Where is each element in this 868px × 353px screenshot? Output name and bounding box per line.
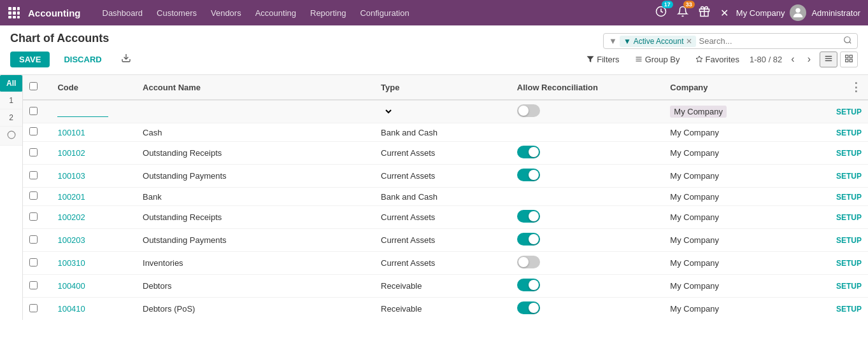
filters-label: Filters: [597, 55, 619, 64]
code-link[interactable]: 100102: [57, 148, 85, 158]
table-row: 100310InventoriesCurrent AssetsMy Compan…: [23, 252, 868, 275]
app-title: Accounting: [28, 8, 81, 18]
code-link[interactable]: 100103: [57, 171, 85, 181]
user-avatar[interactable]: [790, 4, 806, 21]
code-link[interactable]: 100202: [57, 212, 85, 222]
code-link[interactable]: 100310: [57, 258, 85, 268]
row-checkbox[interactable]: [29, 281, 38, 289]
setup-link[interactable]: SETUP: [836, 193, 862, 202]
nav-item-dashboard[interactable]: Dashboard: [96, 6, 150, 20]
company-name[interactable]: My Company: [736, 8, 785, 18]
reconciliation-toggle[interactable]: [517, 104, 540, 117]
table-row: 100410Debtors (PoS)ReceivableMy CompanyS…: [23, 298, 868, 321]
code-link[interactable]: 100201: [57, 192, 85, 202]
code-link[interactable]: 100203: [57, 235, 85, 245]
list-view-button[interactable]: [820, 52, 837, 67]
table-row: My CompanySETUP: [23, 100, 868, 123]
search-submit-icon[interactable]: [843, 36, 852, 46]
row-checkbox[interactable]: [29, 212, 38, 221]
row-checkbox[interactable]: [29, 107, 38, 115]
setup-link[interactable]: SETUP: [836, 213, 862, 222]
app-grid-icon[interactable]: [8, 6, 20, 19]
setup-link[interactable]: SETUP: [836, 305, 862, 314]
reconciliation-cell: [511, 252, 664, 275]
col-header-checkbox[interactable]: [23, 75, 51, 100]
left-tab-2[interactable]: 2: [0, 109, 22, 127]
search-input[interactable]: [696, 35, 843, 47]
sub-header: Chart of Accounts ▼ ▼ Active Account ✕: [0, 25, 868, 75]
type-select[interactable]: [381, 106, 394, 117]
active-account-filter-tag[interactable]: ▼ Active Account ✕: [620, 36, 697, 47]
type-cell: Current Assets: [374, 252, 511, 275]
account-name-cell: Cash: [136, 123, 374, 142]
reconciliation-toggle[interactable]: [517, 233, 540, 246]
reconciliation-toggle[interactable]: [517, 256, 540, 268]
row-checkbox[interactable]: [29, 235, 38, 244]
filters-button[interactable]: Filters: [581, 53, 624, 66]
toolbar-row: SAVE DISCARD Filters: [10, 50, 858, 74]
favorites-label: Favorites: [706, 55, 739, 64]
code-link[interactable]: 100410: [57, 304, 85, 314]
row-checkbox[interactable]: [29, 191, 38, 200]
reconciliation-toggle[interactable]: [517, 279, 540, 291]
left-tab-3[interactable]: [0, 127, 22, 146]
setup-link[interactable]: SETUP: [836, 107, 862, 116]
activity-icon-btn[interactable]: 17: [653, 3, 669, 22]
download-button[interactable]: [116, 50, 136, 68]
main-content: All 1 2 Code: [0, 75, 868, 320]
row-checkbox[interactable]: [29, 258, 38, 266]
reconciliation-toggle[interactable]: [517, 146, 540, 158]
company-cell: My Company: [664, 206, 800, 229]
reconciliation-toggle[interactable]: [517, 301, 540, 314]
nav-item-customers[interactable]: Customers: [150, 6, 203, 20]
nav-item-configuration[interactable]: Configuration: [353, 6, 415, 20]
row-checkbox[interactable]: [29, 127, 38, 135]
account-name-cell: [136, 100, 374, 123]
account-name-cell: Outstanding Payments: [136, 165, 374, 188]
more-options-icon[interactable]: ⋮: [850, 81, 862, 93]
company-highlight-label: My Company: [670, 106, 727, 118]
notifications-icon-btn[interactable]: 33: [674, 3, 691, 22]
app-container: Accounting Dashboard Customers Vendors A…: [0, 0, 868, 320]
row-checkbox[interactable]: [29, 304, 38, 312]
account-name-cell: Inventories: [136, 252, 374, 275]
svg-rect-0: [8, 7, 11, 10]
left-tab-all[interactable]: All: [0, 75, 22, 92]
pagination-prev-button[interactable]: ‹: [787, 52, 798, 66]
svg-rect-26: [846, 59, 848, 62]
left-tab-1[interactable]: 1: [0, 92, 22, 109]
pagination-next-button[interactable]: ›: [804, 52, 815, 66]
nav-item-accounting[interactable]: Accounting: [249, 6, 302, 20]
select-all-checkbox[interactable]: [29, 82, 38, 90]
row-checkbox[interactable]: [29, 171, 38, 179]
filter-close-icon[interactable]: ✕: [686, 37, 692, 46]
type-cell: Receivable: [374, 298, 511, 321]
code-link[interactable]: 100101: [57, 128, 85, 137]
setup-link[interactable]: SETUP: [836, 149, 862, 158]
company-cell: My Company: [664, 123, 800, 142]
save-button[interactable]: SAVE: [10, 52, 50, 67]
col-header-more[interactable]: ⋮: [800, 75, 868, 100]
setup-link[interactable]: SETUP: [836, 259, 862, 268]
favorites-button[interactable]: Favorites: [690, 53, 744, 66]
col-header-account-name: Account Name: [136, 75, 374, 100]
account-name-cell: Outstanding Receipts: [136, 206, 374, 229]
gift-icon-btn[interactable]: [696, 3, 713, 22]
reconciliation-toggle[interactable]: [517, 169, 540, 181]
close-icon-btn[interactable]: ✕: [718, 4, 731, 22]
code-edit-input[interactable]: [57, 107, 108, 117]
code-link[interactable]: 100400: [57, 281, 85, 291]
company-cell: My Company: [664, 252, 800, 275]
nav-item-vendors[interactable]: Vendors: [204, 6, 248, 20]
nav-item-reporting[interactable]: Reporting: [304, 6, 352, 20]
setup-link[interactable]: SETUP: [836, 172, 862, 181]
setup-link[interactable]: SETUP: [836, 236, 862, 245]
setup-link[interactable]: SETUP: [836, 128, 862, 137]
discard-button[interactable]: DISCARD: [55, 52, 110, 67]
kanban-view-button[interactable]: [840, 52, 858, 67]
reconciliation-toggle[interactable]: [517, 210, 540, 223]
row-checkbox[interactable]: [29, 148, 38, 156]
groupby-button[interactable]: Group By: [630, 53, 685, 66]
setup-link[interactable]: SETUP: [836, 282, 862, 291]
svg-rect-4: [13, 11, 16, 15]
